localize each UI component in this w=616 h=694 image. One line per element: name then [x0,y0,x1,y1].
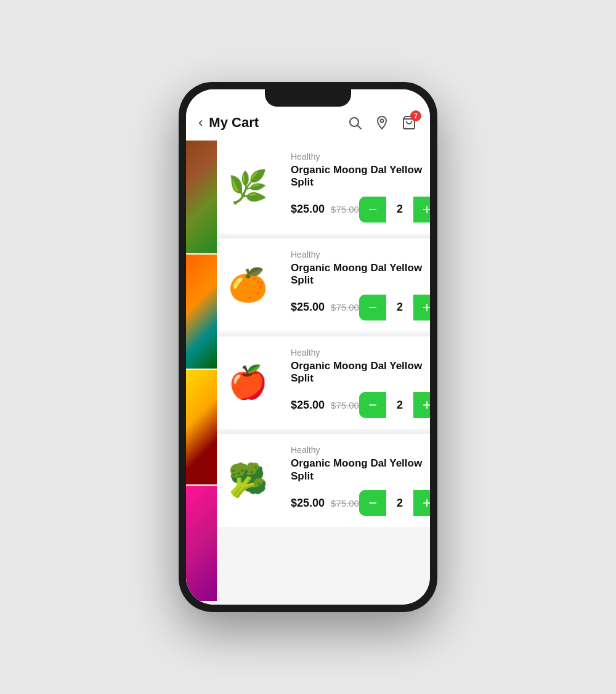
price-current-3: $25.00 [291,497,325,510]
item-row-bottom-1: $25.00 $75.00 − 2 + [291,295,430,320]
item-image-2: 🍎 [217,352,278,414]
decrease-button-3[interactable]: − [359,490,386,516]
quantity-value-3: 2 [386,490,413,516]
search-button[interactable] [346,114,363,131]
phone-screen: ‹ My Cart [186,89,430,605]
cart-item: 🍊 Healthy Organic Moong Dal Yellow Split… [186,239,430,332]
phone-notch [265,89,351,107]
price-original-0: $75.00 [331,204,359,214]
svg-line-1 [358,126,362,129]
quantity-control-0: − 2 + [359,197,430,222]
item-details-2: Healthy Organic Moong Dal Yellow Split $… [286,348,430,418]
search-icon [347,115,362,130]
quantity-control-2: − 2 + [359,392,430,418]
item-brand-2: Healthy [291,348,430,357]
svg-point-2 [381,120,384,123]
increase-button-1[interactable]: + [413,295,430,320]
page-title: My Cart [209,115,259,131]
item-pricing-0: $25.00 $75.00 [291,203,359,216]
increase-button-0[interactable]: + [413,197,430,222]
item-name-1: Organic Moong Dal Yellow Split [291,262,430,287]
item-pricing-1: $25.00 $75.00 [291,301,359,314]
quantity-control-1: − 2 + [359,295,430,320]
quantity-value-1: 2 [386,295,413,320]
increase-button-3[interactable]: + [413,490,430,516]
back-button[interactable]: ‹ [198,115,203,131]
item-name-0: Organic Moong Dal Yellow Split [291,164,430,189]
cart-content: 🌿 Healthy Organic Moong Dal Yellow Split… [186,141,430,605]
decrease-button-2[interactable]: − [359,392,386,418]
decrease-button-0[interactable]: − [359,197,386,222]
side-food-image-1 [186,139,217,255]
item-row-bottom-0: $25.00 $75.00 − 2 + [291,197,430,222]
quantity-value-0: 2 [386,197,413,222]
cart-item: 🥦 Healthy Organic Moong Dal Yellow Split… [186,434,430,527]
item-name-3: Organic Moong Dal Yellow Split [291,457,430,483]
price-current-2: $25.00 [291,399,325,412]
item-brand-3: Healthy [291,445,430,455]
item-row-bottom-2: $25.00 $75.00 − 2 + [291,392,430,418]
item-brand-1: Healthy [291,250,430,259]
price-original-2: $75.00 [331,400,359,410]
price-current-1: $25.00 [291,301,325,314]
side-food-image-2 [186,255,217,370]
price-original-3: $75.00 [331,498,359,508]
header-icons: 7 [346,114,418,131]
header-left: ‹ My Cart [198,115,259,131]
side-food-image-4 [186,486,217,601]
cart-item: 🌿 Healthy Organic Moong Dal Yellow Split… [186,141,430,234]
item-row-bottom-3: $25.00 $75.00 − 2 + [291,490,430,516]
item-image-0: 🌿 [217,156,278,218]
quantity-value-2: 2 [386,392,413,418]
price-original-1: $75.00 [331,302,359,312]
increase-button-2[interactable]: + [413,392,430,418]
decrease-button-1[interactable]: − [359,295,386,320]
cart-item: 🍎 Healthy Organic Moong Dal Yellow Split… [186,337,430,430]
side-food-image-3 [186,370,217,486]
cart-badge: 7 [410,110,421,121]
cart-button[interactable]: 7 [400,114,418,131]
side-images [186,139,217,601]
item-details-1: Healthy Organic Moong Dal Yellow Split $… [286,250,430,320]
item-name-2: Organic Moong Dal Yellow Split [291,360,430,385]
item-details-0: Healthy Organic Moong Dal Yellow Split $… [286,152,430,222]
quantity-control-3: − 2 + [359,490,430,516]
item-image-1: 🍊 [217,254,278,316]
item-details-3: Healthy Organic Moong Dal Yellow Split $… [286,445,430,516]
item-pricing-3: $25.00 $75.00 [291,497,359,510]
location-button[interactable] [373,114,391,131]
item-brand-0: Healthy [291,152,430,161]
phone-frame: ‹ My Cart [179,82,437,612]
location-icon [375,115,389,130]
item-pricing-2: $25.00 $75.00 [291,399,359,412]
price-current-0: $25.00 [291,203,325,216]
item-image-3: 🥦 [217,450,278,512]
